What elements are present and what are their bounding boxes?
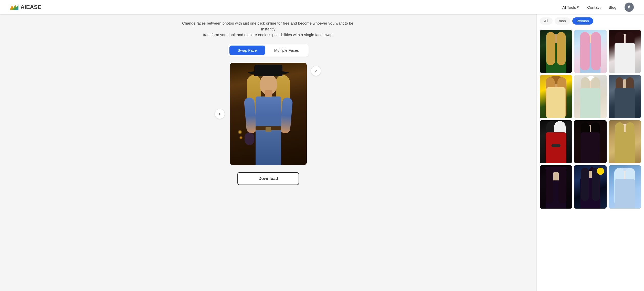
nav-contact[interactable]: Contact xyxy=(587,5,600,9)
download-button[interactable]: Download xyxy=(237,172,299,185)
main-layout: Change faces between photos with just on… xyxy=(0,14,644,291)
template-image-9 xyxy=(609,120,641,163)
filter-tabs: All man Woman xyxy=(540,17,641,27)
avatar[interactable]: d xyxy=(625,3,634,12)
list-item[interactable] xyxy=(540,165,572,208)
subtitle: Change faces between photos with just on… xyxy=(181,20,355,38)
nav-blog[interactable]: Blog xyxy=(609,5,616,9)
list-item[interactable] xyxy=(609,120,641,163)
template-image-2 xyxy=(574,30,606,73)
prev-arrow-button[interactable]: ‹ xyxy=(215,109,225,119)
filter-tab-all[interactable]: All xyxy=(540,17,553,25)
template-image-1 xyxy=(540,30,572,73)
right-sidebar: All man Woman xyxy=(536,14,644,291)
template-image-10 xyxy=(540,165,572,208)
image-area: ‹ xyxy=(230,63,307,165)
template-image-3 xyxy=(609,30,641,73)
list-item[interactable] xyxy=(540,75,572,118)
list-item[interactable] xyxy=(574,30,606,73)
filter-tab-man[interactable]: man xyxy=(555,17,570,25)
share-button[interactable]: ↗ xyxy=(311,66,321,76)
template-image-8 xyxy=(574,120,606,163)
list-item[interactable] xyxy=(540,30,572,73)
image-grid xyxy=(540,30,641,209)
template-image-6 xyxy=(609,75,641,118)
template-image-12 xyxy=(609,165,641,208)
chevron-left-icon: ‹ xyxy=(219,111,220,116)
list-item[interactable] xyxy=(609,30,641,73)
center-content: Change faces between photos with just on… xyxy=(0,14,536,291)
list-item[interactable] xyxy=(574,120,606,163)
share-icon: ↗ xyxy=(314,68,318,73)
list-item[interactable] xyxy=(609,165,641,208)
tabs-container: Swap Face Multiple Faces xyxy=(228,44,309,57)
list-item[interactable] xyxy=(540,120,572,163)
main-image xyxy=(230,63,307,165)
list-item[interactable] xyxy=(574,165,606,208)
template-image-4 xyxy=(540,75,572,118)
tab-swap-face[interactable]: Swap Face xyxy=(229,46,265,55)
list-item[interactable] xyxy=(574,75,606,118)
filter-tab-woman[interactable]: Woman xyxy=(572,17,593,25)
template-image-5 xyxy=(574,75,606,118)
tab-multiple-faces[interactable]: Multiple Faces xyxy=(266,46,307,55)
image-placeholder xyxy=(230,63,307,165)
logo[interactable]: AIEASE xyxy=(10,4,41,10)
template-image-7 xyxy=(540,120,572,163)
logo-text: AIEASE xyxy=(20,4,41,10)
header: AIEASE AI Tools ▾ Contact Blog d xyxy=(0,0,644,14)
template-image-11 xyxy=(574,165,606,208)
logo-icon xyxy=(10,4,18,10)
chevron-down-icon: ▾ xyxy=(577,5,579,9)
nav: AI Tools ▾ Contact Blog d xyxy=(562,3,634,12)
nav-ai-tools[interactable]: AI Tools ▾ xyxy=(562,5,579,9)
list-item[interactable] xyxy=(609,75,641,118)
